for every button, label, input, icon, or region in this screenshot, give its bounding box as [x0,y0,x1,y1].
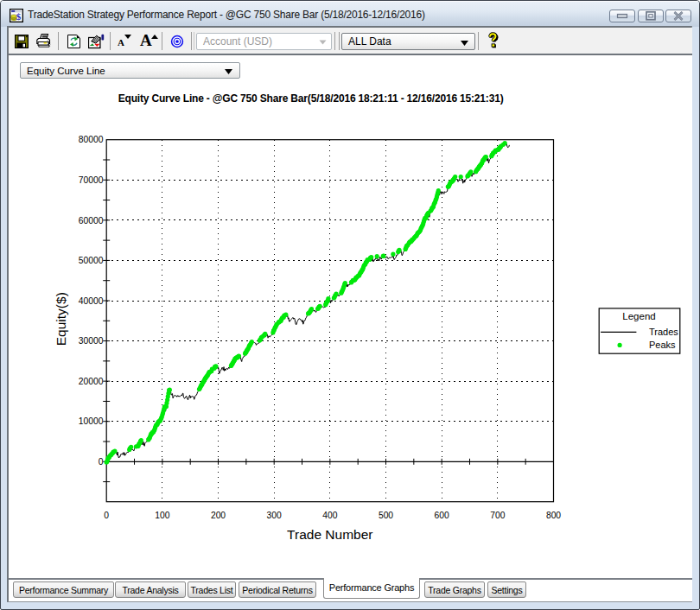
svg-text:Trades: Trades [649,327,678,337]
svg-text:Equity($): Equity($) [54,292,68,346]
svg-text:800: 800 [546,511,561,520]
svg-text:200: 200 [211,511,226,520]
svg-text:100: 100 [155,511,169,520]
svg-text:300: 300 [267,511,282,520]
svg-text:0: 0 [104,511,109,520]
svg-text:70000: 70000 [79,175,104,185]
svg-text:Legend: Legend [622,311,655,321]
svg-text:40000: 40000 [79,296,104,306]
svg-text:80000: 80000 [79,135,104,144]
svg-text:$: $ [16,11,22,22]
svg-text:Equity Curve Line - @GC 750 Sh: Equity Curve Line - @GC 750 Share Bar(5/… [118,92,504,105]
svg-text:400: 400 [322,511,337,520]
svg-text:20000: 20000 [79,377,104,386]
svg-text:0: 0 [99,457,104,467]
svg-text:30000: 30000 [79,336,104,346]
svg-text:600: 600 [435,511,449,520]
svg-text:500: 500 [379,511,393,520]
svg-text:50000: 50000 [79,256,104,265]
svg-text:Peaks: Peaks [649,340,676,350]
svg-text:700: 700 [490,511,505,520]
svg-text:10000: 10000 [79,416,104,426]
svg-text:60000: 60000 [79,216,104,226]
svg-text:Trade Number: Trade Number [287,527,372,542]
